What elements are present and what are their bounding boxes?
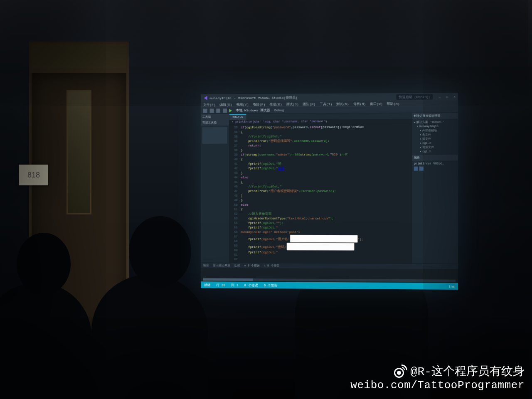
function-signature: printError(char *msg, char *username, ch… [235, 120, 327, 123]
output-tab[interactable]: 显示输出来源 [213, 264, 230, 268]
menu-item[interactable]: 团队(M) [303, 102, 315, 106]
quick-launch-input[interactable]: 快速启动 (Ctrl+Q) [396, 94, 433, 100]
menu-item[interactable]: 窗口(W) [370, 101, 383, 106]
menu-item[interactable]: 调试(D) [286, 102, 298, 106]
room-background: 818 mubanyinqin - Microsoft Visual Studi… [0, 0, 532, 399]
menu-item[interactable]: 生成(B) [269, 102, 282, 106]
minimize-icon[interactable]: — [438, 95, 441, 99]
projected-visual-studio-window: mubanyinqin - Microsoft Visual Studio(管理… [201, 93, 458, 290]
menu-item[interactable]: 测试(S) [336, 101, 349, 106]
line-number-gutter: 33 34 35 36 37 38 39 40 41 42 43 44 45 4… [229, 125, 239, 263]
status-errors: 0 个错误 [244, 283, 258, 287]
person-silhouette-1 [0, 283, 91, 399]
weibo-url: weibo.com/TattooProgrammer [350, 379, 525, 392]
config-dropdown[interactable]: Debug [274, 108, 284, 112]
code-content[interactable]: if(cgiFormString("password",password,siz… [239, 124, 412, 264]
status-warnings: 0 个警告 [264, 283, 277, 288]
output-panel[interactable]: 输出显示输出来源生成⊘ 0 个错误⚠ 0 个警告 [201, 263, 458, 283]
title-project: mubanyinqin [210, 96, 232, 100]
save-icon[interactable] [216, 108, 220, 113]
debug-target[interactable]: 本地 Windows 调试器 [234, 108, 272, 113]
output-body [201, 268, 458, 283]
close-icon[interactable]: ✕ [453, 95, 456, 99]
status-ins: Ins [448, 284, 455, 288]
editor-area: main.c ▸ printError(char *msg, char *use… [229, 113, 412, 264]
maximize-icon[interactable]: ☐ [446, 95, 448, 99]
code-editor[interactable]: 33 34 35 36 37 38 39 40 41 42 43 44 45 4… [229, 124, 412, 264]
toolbox-placeholder [202, 127, 227, 144]
door-transom [29, 42, 129, 71]
nav-fwd-icon[interactable] [210, 108, 214, 113]
menu-item[interactable]: 项目(P) [253, 102, 265, 106]
start-debug-icon[interactable] [229, 109, 232, 112]
weibo-watermark: @R-这个程序员有纹身 weibo.com/TattooProgrammer [350, 363, 525, 392]
solution-explorer-panel[interactable]: 解决方案资源管理器 ▸解决方案 'muban…'▾mubanyinqin▸外部依… [412, 113, 458, 264]
save-all-icon[interactable] [223, 108, 227, 113]
door-number-plate: 818 [19, 165, 48, 185]
menu-item[interactable]: 工具(T) [320, 101, 332, 106]
properties-header: 属性 [412, 155, 458, 160]
window-controls[interactable]: — ☐ ✕ [435, 95, 456, 99]
title-app: Microsoft Visual Studio(管理员) [238, 95, 298, 100]
person-silhouette-2 [91, 274, 208, 399]
warnings-count[interactable]: ⚠ 0 个警告 [264, 264, 280, 268]
toolbox-subheader: 常规工具箱 [201, 120, 229, 126]
prop-icon[interactable] [419, 167, 424, 171]
output-tab[interactable]: 生成 [234, 264, 240, 268]
toolbox-panel[interactable]: 工具箱 常规工具箱 [201, 114, 229, 263]
property-item: printError VGCod… [414, 162, 456, 165]
toolbox-header: 工具箱 [201, 114, 229, 120]
status-line: 行 38 [216, 283, 225, 287]
menu-item[interactable]: 文件(F) [203, 102, 216, 107]
editor-tab-main-c[interactable]: main.c [229, 114, 246, 120]
menu-item[interactable]: 帮助(H) [387, 101, 400, 106]
solution-explorer-header: 解决方案资源管理器 [412, 113, 458, 119]
errors-count[interactable]: ⊘ 0 个错误 [244, 264, 259, 268]
nav-back-icon[interactable] [203, 108, 207, 113]
door-window [66, 90, 91, 214]
menu-item[interactable]: 编辑(E) [220, 102, 232, 107]
horizontal-scrollbar[interactable] [203, 278, 456, 282]
weibo-handle: @R-这个程序员有纹身 [411, 363, 525, 379]
output-tab[interactable]: 输出 [203, 264, 209, 268]
status-ready: 就绪 [204, 283, 211, 287]
properties-grid[interactable]: printError VGCod… [412, 160, 458, 172]
weibo-logo-icon [394, 365, 407, 378]
solution-tree[interactable]: ▸解决方案 'muban…'▾mubanyinqin▸外部依赖项▸头文件▸源文件… [412, 119, 458, 155]
status-col: 列 1 [231, 283, 238, 287]
prop-icon[interactable] [414, 167, 418, 171]
menu-item[interactable]: 分析(N) [353, 101, 366, 106]
menu-item[interactable]: 视图(V) [236, 102, 249, 107]
visual-studio-logo-icon [203, 96, 207, 100]
